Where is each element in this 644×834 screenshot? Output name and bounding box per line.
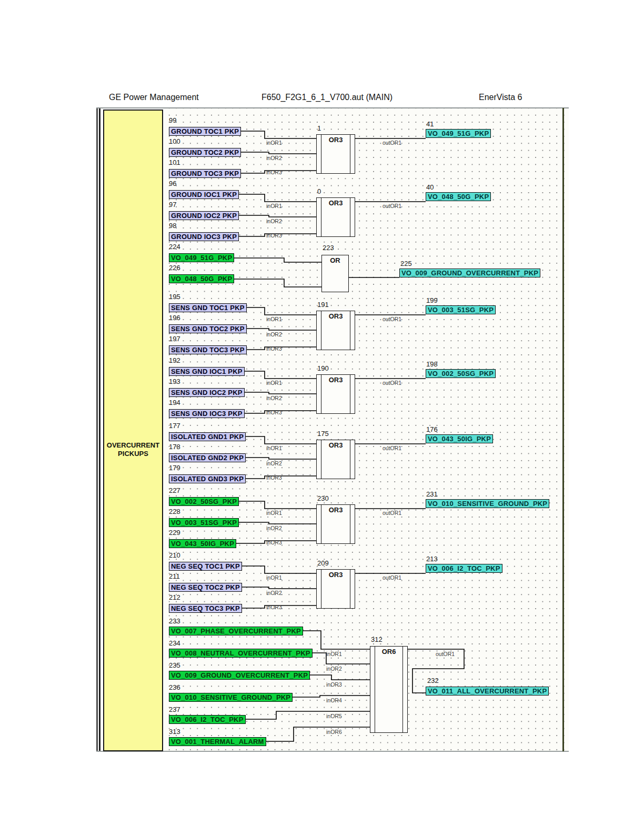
operand-box[interactable]: VO_001_THERMAL_ALARM <box>169 737 266 746</box>
operand-box[interactable]: GROUND IOC1 PKP <box>169 190 239 199</box>
gate-output-port-label: outOR1 <box>383 316 401 322</box>
operand-number: 237 <box>169 706 180 713</box>
logic-gate-or3[interactable]: OR3 <box>316 569 355 609</box>
gate-input-port-label: inOR1 <box>266 510 282 516</box>
operand-box[interactable]: VO_010_SENSITIVE_GROUND_PKP <box>169 693 293 702</box>
operand-box[interactable]: SENS GND TOC1 PKP <box>169 303 247 312</box>
operand-box[interactable]: VO_043_50IG_PKP <box>426 434 493 443</box>
logic-gate-or3[interactable]: OR3 <box>316 134 355 174</box>
gate-input-port-label: inOR2 <box>266 219 282 224</box>
operand-number: 178 <box>169 443 180 450</box>
gate-output-port-label: outOR1 <box>383 380 401 386</box>
operand-box[interactable]: GROUND IOC2 PKP <box>169 211 239 220</box>
operand-number: 232 <box>427 677 439 684</box>
logic-gate-or3[interactable]: OR3 <box>316 311 355 350</box>
gate-input-port-label: inOR2 <box>266 590 282 596</box>
operand-box[interactable]: NEG SEQ TOC1 PKP <box>169 562 242 571</box>
gate-input-port-label: inOR3 <box>266 346 282 352</box>
operand-number: 101 <box>169 159 180 166</box>
logic-gate-or3[interactable]: OR3 <box>316 440 355 479</box>
operand-box[interactable]: NEG SEQ TOC2 PKP <box>169 583 242 592</box>
operand-number: 227 <box>169 487 180 494</box>
operand-box[interactable]: GROUND TOC2 PKP <box>169 148 241 157</box>
operand-number: 40 <box>426 184 434 191</box>
diagram-right-border <box>562 108 564 751</box>
operand-number: 212 <box>169 594 180 601</box>
logic-gate-or[interactable]: OR <box>321 255 349 292</box>
operand-box[interactable]: VO_011_ALL_OVERCURRENT_PKP <box>426 687 549 696</box>
group-title-line2: PICKUPS <box>107 450 159 458</box>
window-edge-bar <box>96 108 98 751</box>
operand-number: 234 <box>169 640 180 647</box>
gate-output-port-label: outOR1 <box>383 445 401 451</box>
operand-box[interactable]: VO_048_50G_PKP <box>426 192 491 201</box>
operand-number: 224 <box>169 243 180 250</box>
gate-input-port-label: inOR1 <box>266 380 282 386</box>
gate-right-rail <box>402 647 403 732</box>
operand-number: 225 <box>400 260 412 267</box>
operand-box[interactable]: VO_002_50SG_PKP <box>426 369 496 378</box>
operand-box[interactable]: SENS GND IOC1 PKP <box>169 367 245 376</box>
logic-gate-or6[interactable]: OR6 <box>370 646 408 733</box>
operand-box[interactable]: SENS GND IOC2 PKP <box>169 388 245 397</box>
operand-box[interactable]: VO_009_GROUND_OVERCURRENT_PKP <box>399 269 540 277</box>
operand-number: 179 <box>169 464 180 471</box>
operand-number: 228 <box>169 508 180 515</box>
operand-number: 98 <box>169 222 176 229</box>
operand-box[interactable]: GROUND TOC1 PKP <box>169 127 241 136</box>
operand-box[interactable]: VO_049_51G_PKP <box>169 253 234 262</box>
gate-type-label: OR3 <box>317 571 355 579</box>
operand-box[interactable]: VO_043_50IG_PKP <box>169 539 236 548</box>
operand-box[interactable]: SENS GND IOC3 PKP <box>169 409 245 418</box>
operand-box[interactable]: VO_006_I2_TOC_PKP <box>426 564 502 573</box>
window-edge-bar-inner <box>99 108 100 751</box>
operand-box[interactable]: VO_007_PHASE_OVERCURRENT_PKP <box>169 627 303 636</box>
logic-gate-or3[interactable]: OR3 <box>316 374 355 414</box>
operand-box[interactable]: GROUND TOC3 PKP <box>169 169 241 178</box>
operand-number: 193 <box>169 378 180 385</box>
gate-number: 223 <box>323 244 334 251</box>
group-title-line1: OVERCURRENT <box>107 441 159 450</box>
operand-number: 231 <box>426 491 438 498</box>
operand-box[interactable]: VO_003_51SG_PKP <box>169 518 239 527</box>
operand-box[interactable]: VO_003_51SG_PKP <box>426 305 496 314</box>
gate-type-label: OR3 <box>317 441 355 449</box>
gate-input-port-label: inOR3 <box>266 233 282 239</box>
logic-gate-or3[interactable]: OR3 <box>316 504 355 544</box>
operand-box[interactable]: VO_048_50G_PKP <box>169 274 234 283</box>
operand-number: 196 <box>169 314 180 321</box>
gate-output-port-label: outOR1 <box>383 203 401 209</box>
gate-output-port-label: outOR1 <box>383 510 401 516</box>
operand-number: 194 <box>169 399 180 406</box>
gate-type-label: OR <box>322 256 348 264</box>
operand-box[interactable]: ISOLATED GND2 PKP <box>169 453 246 462</box>
gate-input-port-label: inOR2 <box>266 395 282 401</box>
operand-box[interactable]: SENS GND TOC2 PKP <box>169 324 247 333</box>
group-title-block[interactable]: OVERCURRENT PICKUPS <box>103 110 163 751</box>
gate-number: 1 <box>317 125 321 132</box>
operand-box[interactable]: SENS GND TOC3 PKP <box>169 345 247 354</box>
gate-type-label: OR3 <box>317 506 355 514</box>
operand-box[interactable]: ISOLATED GND3 PKP <box>169 474 246 483</box>
operand-box[interactable]: NEG SEQ TOC3 PKP <box>169 604 242 613</box>
operand-box[interactable]: VO_009_GROUND_OVERCURRENT_PKP <box>169 671 310 680</box>
gate-input-port-label: inOR1 <box>266 575 282 581</box>
gate-input-port-label: inOR3 <box>266 170 282 175</box>
operand-box[interactable]: GROUND IOC3 PKP <box>169 232 239 241</box>
operand-box[interactable]: VO_002_50SG_PKP <box>169 497 239 506</box>
logic-gate-or3[interactable]: OR3 <box>316 197 355 237</box>
operand-box[interactable]: ISOLATED GND1 PKP <box>169 432 246 441</box>
operand-number: 229 <box>169 529 180 536</box>
operand-box[interactable]: VO_010_SENSITIVE_GROUND_PKP <box>426 499 549 508</box>
gate-input-port-label: inOR2 <box>266 461 282 466</box>
gate-input-port-label: inOR3 <box>266 540 282 545</box>
gate-output-port-label: outOR1 <box>436 651 455 657</box>
gate-type-label: OR6 <box>370 648 407 656</box>
gate-number: 191 <box>317 301 329 308</box>
operand-number: 192 <box>169 357 180 364</box>
operand-box[interactable]: VO_008_NEUTRAL_OVERCURRENT_PKP <box>169 649 313 658</box>
operand-box[interactable]: VO_006_I2_TOC_PKP <box>169 715 246 724</box>
gate-output-port-label: outOR1 <box>383 140 401 146</box>
operand-box[interactable]: VO_049_51G_PKP <box>426 129 491 138</box>
gate-input-port-label: inOR3 <box>266 410 282 415</box>
